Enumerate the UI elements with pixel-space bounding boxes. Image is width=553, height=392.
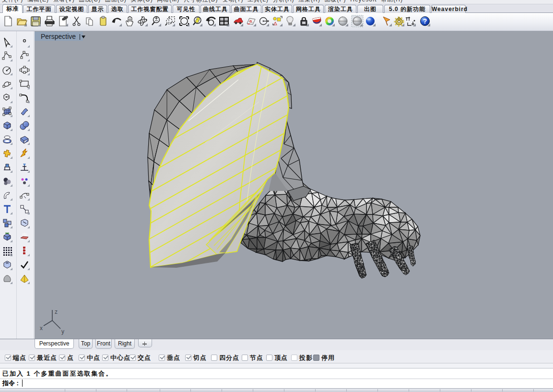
- svg-text:x: x: [40, 325, 43, 332]
- svg-text:z: z: [55, 309, 58, 315]
- svg-text:?: ?: [423, 17, 427, 25]
- svg-text:y: y: [61, 328, 64, 335]
